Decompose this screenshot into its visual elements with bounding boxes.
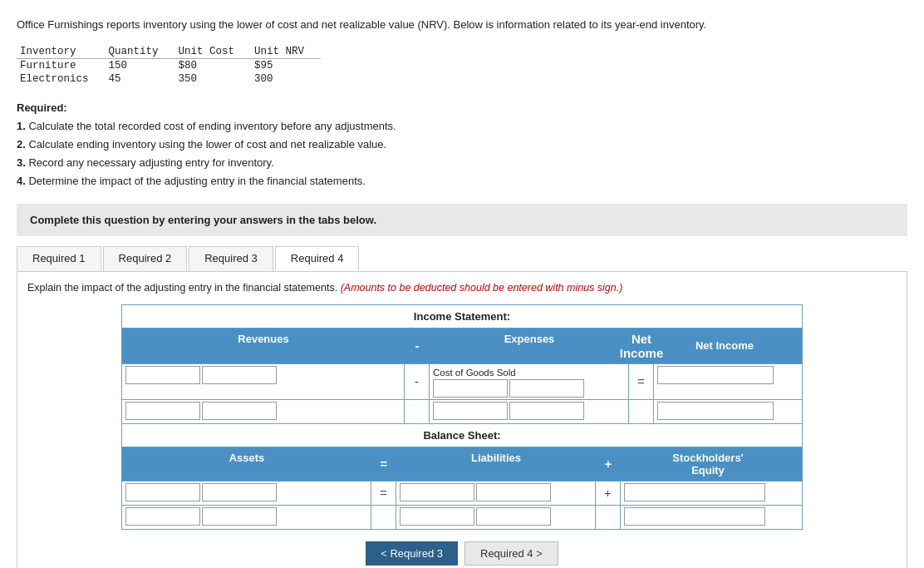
balance-col-equity: Stockholders'Equity [621, 447, 795, 481]
income-exp-input2a[interactable] [433, 402, 508, 420]
req1-num: 1. [17, 120, 26, 132]
prev-button[interactable]: < Required 3 [366, 541, 458, 566]
income-equals-op-row2 [629, 400, 654, 423]
balance-data-row-1: = + [122, 481, 802, 505]
balance-assets-input2a[interactable] [125, 507, 200, 526]
balance-assets-cell-1 [122, 482, 371, 505]
income-rev-inputs-1 [125, 366, 401, 384]
balance-assets-input2b[interactable] [202, 507, 277, 526]
income-rev-input1a[interactable] [125, 366, 200, 384]
income-exp-input1b[interactable] [509, 379, 584, 398]
income-minus-op-row1: - [405, 364, 430, 399]
balance-plus-op-row1: + [596, 482, 621, 505]
balance-plus-op: + [596, 447, 621, 481]
income-exp-cell-2 [430, 400, 629, 423]
balance-equity-cell-1 [621, 482, 795, 505]
balance-plus-op-row2 [596, 506, 621, 529]
req3-text: Record any necessary adjusting entry for… [28, 156, 273, 169]
income-exp-input1a[interactable] [433, 379, 508, 398]
income-data-row-2 [122, 399, 802, 423]
row-furniture-nrv: $95 [251, 58, 321, 72]
income-rev-cell-1 [122, 364, 405, 399]
col-unit-nrv: Unit NRV [251, 45, 321, 59]
income-col-net-income: Net Income [654, 328, 795, 363]
balance-assets-input1a[interactable] [125, 483, 200, 501]
balance-sheet-header: Balance Sheet: [122, 423, 802, 447]
tab-content: Explain the impact of the adjusting entr… [17, 271, 907, 568]
balance-equals-op: = [371, 447, 396, 481]
nav-buttons: < Required 3 Required 4 > [27, 541, 897, 566]
balance-liab-input2b[interactable] [476, 507, 551, 526]
balance-equity-input2[interactable] [624, 507, 765, 526]
balance-liab-input1b[interactable] [476, 483, 551, 501]
balance-equity-input1[interactable] [624, 483, 765, 501]
income-header-row: Revenues - Expenses Net Income Net Incom… [122, 328, 802, 363]
income-exp-inputs-1 [433, 379, 625, 398]
next-button[interactable]: Required 4 > [464, 541, 558, 566]
income-data-row-1: - Cost of Goods Sold = [122, 363, 802, 399]
row-furniture-name: Furniture [17, 58, 106, 72]
explain-note: (Amounts to be deducted should be entere… [341, 282, 623, 294]
required-title: Required: [17, 101, 67, 114]
income-equals-op: Net Income [629, 328, 654, 363]
balance-assets-cell-2 [122, 506, 371, 529]
tabs-row: Required 1 Required 2 Required 3 Require… [17, 246, 907, 271]
income-rev-input2b[interactable] [202, 402, 277, 420]
income-equals-op-row1: = [629, 364, 654, 399]
balance-col-liabilities: Liabilities [396, 447, 596, 481]
income-col-expenses: Expenses [430, 328, 629, 363]
income-exp-input2b[interactable] [509, 402, 584, 420]
balance-assets-input1b[interactable] [202, 483, 277, 501]
inventory-table: Inventory Quantity Unit Cost Unit NRV Fu… [17, 45, 321, 86]
balance-liab-input1a[interactable] [400, 483, 474, 501]
balance-data-row-2 [122, 505, 802, 529]
balance-equals-op-row1: = [371, 482, 396, 505]
req3-num: 3. [17, 156, 26, 169]
income-ni-input2[interactable] [657, 402, 774, 420]
balance-col-assets: Assets [122, 447, 371, 481]
req1-text: Calculate the total recorded cost of end… [28, 120, 396, 132]
income-exp-cell-1: Cost of Goods Sold [430, 364, 629, 399]
req4-text: Determine the impact of the adjusting en… [28, 175, 365, 187]
tab-required2[interactable]: Required 2 [103, 246, 188, 271]
balance-equity-cell-2 [621, 506, 795, 529]
income-minus-op: - [405, 328, 430, 363]
complete-banner: Complete this question by entering your … [17, 204, 907, 236]
col-unit-cost: Unit Cost [175, 45, 252, 59]
income-exp-label-1: Cost of Goods Sold [433, 366, 625, 379]
income-rev-input1b[interactable] [202, 366, 277, 384]
col-inventory: Inventory [17, 45, 106, 59]
statement-container: Income Statement: Revenues - Expenses Ne… [121, 304, 803, 530]
row-electronics-cost: 350 [175, 72, 252, 86]
intro-text: Office Furnishings reports inventory usi… [17, 17, 907, 33]
income-minus-op-row2 [405, 400, 430, 423]
tab-required3[interactable]: Required 3 [189, 246, 273, 271]
req4-num: 4. [17, 175, 26, 187]
income-ni-inputs-1 [657, 366, 792, 384]
balance-equals-op-row2 [371, 506, 396, 529]
req2-num: 2. [17, 138, 26, 151]
balance-liab-cell-2 [396, 506, 596, 529]
income-rev-cell-2 [122, 400, 405, 423]
income-rev-input2a[interactable] [125, 402, 200, 420]
balance-liab-input2a[interactable] [400, 507, 474, 526]
col-quantity: Quantity [106, 45, 175, 59]
tab-required1[interactable]: Required 1 [17, 246, 101, 271]
row-furniture-cost: $80 [175, 58, 252, 72]
explain-text: Explain the impact of the adjusting entr… [27, 280, 897, 296]
required-section: Required: 1. Calculate the total recorde… [17, 99, 907, 190]
row-electronics-nrv: 300 [251, 72, 321, 86]
row-furniture-qty: 150 [106, 58, 175, 72]
req2-text: Calculate ending inventory using the low… [28, 138, 386, 151]
tab-required4[interactable]: Required 4 [275, 246, 360, 271]
balance-liab-cell-1 [396, 482, 596, 505]
row-electronics-name: Electronics [17, 72, 106, 86]
income-ni-input1[interactable] [657, 366, 774, 384]
income-statement-header: Income Statement: [122, 305, 802, 328]
row-electronics-qty: 45 [106, 72, 175, 86]
complete-banner-text: Complete this question by entering your … [30, 214, 376, 226]
income-ni-cell-1 [654, 364, 795, 399]
balance-header-row: Assets = Liabilities + Stockholders'Equi… [122, 447, 802, 481]
income-col-revenues: Revenues [122, 328, 405, 363]
income-ni-cell-2 [654, 400, 795, 423]
